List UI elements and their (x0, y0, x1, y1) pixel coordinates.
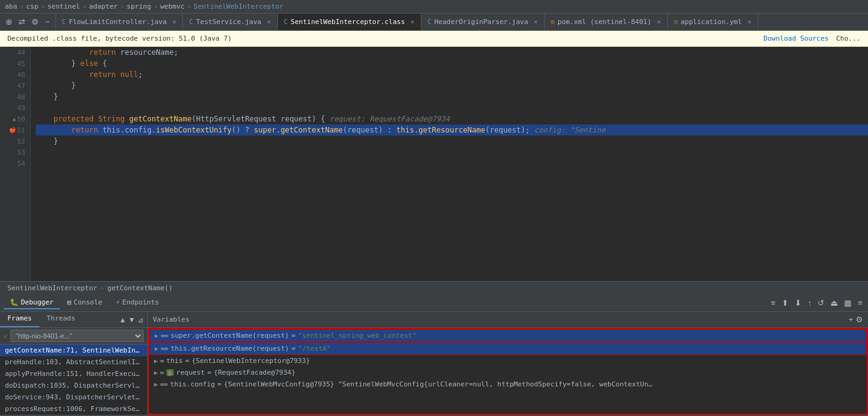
tab-applicationyml-close[interactable]: × (747, 18, 752, 26)
code-line-48: } (36, 91, 868, 102)
toolbar-run-cursor-button[interactable]: ↺ (816, 297, 826, 309)
frames-panel: Frames Threads ▲ ▼ ⊿ ✓ "http-nio-8401-e.… (0, 312, 148, 415)
editor-area: 44 45 46 47 48 49 ▲50 🍎51 52 53 54 retur… (0, 47, 868, 281)
tab-flowlimit-close[interactable]: × (172, 18, 177, 26)
debugger-tab-bar: 🐛 Debugger ▤ Console ⚡ Endpoints ≡ ⬆ ⬇ ↑… (0, 295, 868, 312)
var-item-this[interactable]: ▶ ∞ this = {SentinelWebInterceptor@7933} (149, 355, 867, 367)
frames-tab[interactable]: Frames (0, 312, 39, 327)
tab-applicationyml[interactable]: m application.yml × (668, 14, 758, 30)
editor-breadcrumb: SentinelWebInterceptor › getContextName(… (0, 281, 868, 295)
breadcrumb-sentinel[interactable]: sentinel (47, 2, 80, 10)
endpoints-icon: ⚡ (116, 298, 120, 306)
tab-flowlimit[interactable]: C FlowLimitController.java × (56, 14, 184, 30)
code-content[interactable]: return resourceName; } else { return nul… (31, 47, 868, 281)
variables-panel: Variables + ⚙ ▶ ∞∞ super.getContextName(… (148, 312, 868, 415)
tab-headerorigin[interactable]: C HeaderOriginParser.java × (421, 14, 545, 30)
toolbar-step-into-button[interactable]: ⬇ (793, 297, 803, 309)
toolbar-grid-button[interactable]: ▦ (842, 297, 853, 309)
breadcrumb-bar: aba › csp › sentinel › adapter › spring … (0, 0, 868, 14)
gutter-51: 🍎51 (0, 124, 30, 136)
toolbar-step-out-button[interactable]: ↑ (806, 297, 814, 309)
breadcrumb-aba[interactable]: aba (5, 2, 17, 10)
java-icon: C (62, 18, 66, 25)
toolbar-lines-button[interactable]: ≡ (856, 297, 864, 309)
var-value-request: {RequestFacade@7934} (214, 369, 295, 377)
frame-item-5[interactable]: processRequest:1006, FrameworkServl... (0, 403, 147, 415)
tab-applicationyml-label: application.yml (681, 18, 742, 26)
frames-down-button[interactable]: ▼ (128, 316, 136, 324)
code-line-51: return this.config.isWebContextUnify() ?… (36, 124, 868, 136)
tab-testservice-close[interactable]: × (267, 18, 271, 26)
console-tab-label: Console (74, 298, 102, 306)
variables-settings-button[interactable]: ⚙ (856, 315, 863, 324)
tab-sentinelweb-close[interactable]: × (410, 18, 415, 26)
breadcrumb-adapter[interactable]: adapter (89, 2, 118, 10)
var-p-badge-request: p (166, 369, 174, 376)
breadcrumb-class[interactable]: SentinelWebInterceptor (193, 2, 283, 10)
var-item-config[interactable]: ▶ ∞∞ this.config = {SentinelWebMvcConfig… (149, 378, 867, 390)
code-line-46: return null; (36, 69, 868, 80)
gutter-53: 53 (0, 147, 30, 158)
var-arrow-super[interactable]: ▶ (155, 332, 158, 339)
var-item-super[interactable]: ▶ ∞∞ super.getContextName(request) = "se… (149, 329, 867, 342)
breadcrumb-webmvc[interactable]: webmvc (160, 2, 185, 10)
frame-item-3[interactable]: doDispatch:1035, DispatcherServlet (or..… (0, 380, 147, 391)
java-icon-3: C (428, 18, 431, 25)
frame-item-0[interactable]: getContextName:71, SentinelWebInterc... (0, 345, 147, 356)
var-name-config: this.config (170, 380, 215, 388)
gutter-46: 46 (0, 69, 30, 80)
var-arrow-config[interactable]: ▶ (154, 381, 158, 388)
tab-console[interactable]: ▤ Console (61, 296, 108, 309)
var-value-config: {SentinelWebMvcConfig@7935} "SentinelWeb… (224, 380, 655, 388)
var-arrow-resource[interactable]: ▶ (155, 345, 158, 352)
toolbar-resume-button[interactable]: ⏏ (829, 297, 840, 309)
tab-settings-button[interactable]: ⚙ (30, 16, 41, 28)
tab-testservice[interactable]: C TestService.java × (183, 14, 278, 30)
breadcrumb-csp[interactable]: csp (26, 2, 39, 10)
threads-tab[interactable]: Threads (39, 312, 83, 327)
variables-list: ▶ ∞∞ super.getContextName(request) = "se… (149, 329, 867, 414)
breadcrumb-method-name[interactable]: getContextName() (107, 284, 172, 292)
tab-headerorigin-label: HeaderOriginParser.java (434, 18, 528, 26)
breadcrumb-spring[interactable]: spring (127, 2, 152, 10)
tab-debugger[interactable]: 🐛 Debugger (4, 296, 60, 309)
decompiled-message: Decompiled .class file, bytecode version… (7, 35, 232, 43)
frame-item-1[interactable]: preHandle:103, AbstractSentinelInterce..… (0, 356, 147, 368)
frame-item-4[interactable]: doService:943, DispatcherServlet (org.s.… (0, 391, 147, 403)
tab-testservice-label: TestService.java (196, 18, 261, 26)
var-infinity-request: ∞ (160, 369, 164, 376)
thread-dropdown[interactable]: "http-nio-8401-e..." (10, 330, 144, 342)
frames-filter-button[interactable]: ⊿ (137, 316, 144, 324)
gutter-47: 47 (0, 80, 30, 91)
tab-flowlimit-label: FlowLimitController.java (69, 18, 167, 26)
gutter-50: ▲50 (0, 113, 30, 124)
tab-pomxml-label: pom.xml (sentinel-8401) (558, 18, 651, 26)
gutter-44: 44 (0, 47, 30, 58)
var-arrow-request[interactable]: ▶ (154, 369, 158, 376)
tab-close-button[interactable]: − (43, 16, 52, 28)
tab-controls: ⊕ ⇄ ⚙ − (0, 14, 56, 30)
breadcrumb-class-name[interactable]: SentinelWebInterceptor (7, 284, 97, 292)
variables-wrapper: ▶ ∞∞ super.getContextName(request) = "se… (148, 328, 868, 415)
toolbar-menu-button[interactable]: ≡ (769, 297, 777, 309)
frames-up-button[interactable]: ▲ (119, 316, 126, 324)
tab-bar: ⊕ ⇄ ⚙ − C FlowLimitController.java × C T… (0, 14, 868, 31)
frame-item-2[interactable]: applyPreHandle:151, HandlerExecutionC... (0, 368, 147, 380)
tab-endpoints[interactable]: ⚡ Endpoints (110, 296, 165, 309)
tab-pomxml[interactable]: m pom.xml (sentinel-8401) × (545, 14, 668, 30)
variables-add-button[interactable]: + (848, 315, 853, 324)
var-name-super: super.getContextName(request) (171, 332, 289, 340)
tab-pomxml-close[interactable]: × (657, 18, 661, 26)
code-line-52: } (36, 136, 868, 147)
tab-headerorigin-close[interactable]: × (533, 18, 538, 26)
var-item-request[interactable]: ▶ ∞ p request = {RequestFacade@7934} (149, 367, 867, 378)
tab-back-button[interactable]: ⊕ (4, 16, 14, 28)
download-sources-link[interactable]: Download Sources (763, 35, 829, 43)
var-arrow-this[interactable]: ▶ (154, 357, 158, 364)
tab-split-button[interactable]: ⇄ (17, 16, 27, 28)
java-icon-2: C (189, 18, 193, 25)
toolbar-step-over-button[interactable]: ⬆ (780, 297, 790, 309)
tab-sentinelweb[interactable]: C SentinelWebInterceptor.class × (278, 14, 421, 30)
var-item-this-resource[interactable]: ▶ ∞∞ this.getResourceName(request) = "/t… (149, 342, 867, 355)
debugger-panel: 🐛 Debugger ▤ Console ⚡ Endpoints ≡ ⬆ ⬇ ↑… (0, 295, 868, 415)
